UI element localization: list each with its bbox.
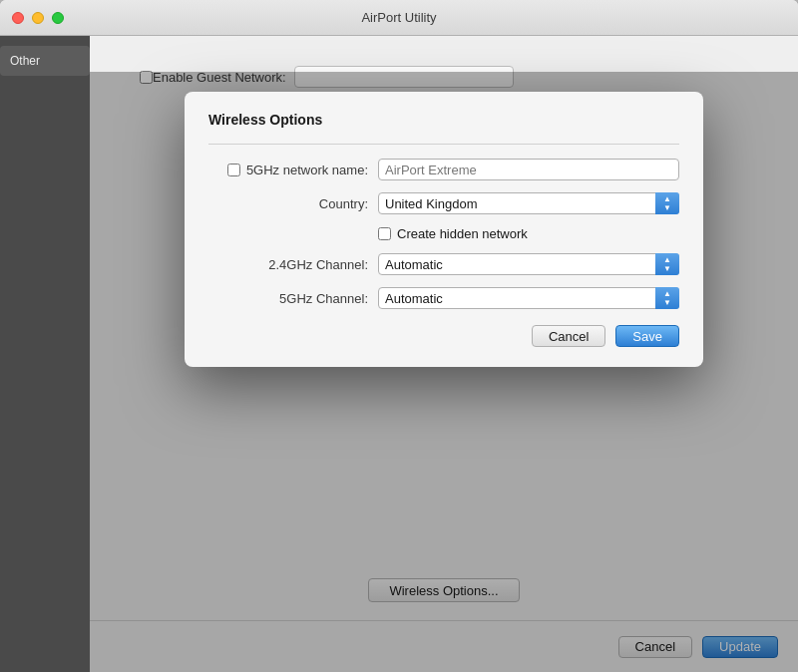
modal-footer: Cancel Save <box>208 325 679 347</box>
title-bar: AirPort Utility <box>0 0 798 36</box>
country-select-wrapper: United Kingdom United States Germany Fra… <box>378 192 679 214</box>
modal-overlay: Wireless Options 5GHz network name: Coun… <box>90 72 798 672</box>
minimize-button[interactable] <box>32 12 44 24</box>
channel-24-select-wrapper: Automatic 1 6 11 ▲ ▼ <box>378 253 679 275</box>
modal-cancel-button[interactable]: Cancel <box>532 325 605 347</box>
channel-24-select[interactable]: Automatic 1 6 11 <box>378 253 679 275</box>
channel-5-label: 5GHz Channel: <box>208 291 368 306</box>
traffic-lights <box>12 12 64 24</box>
channel-5-row: 5GHz Channel: Automatic 1 6 11 ▲ ▼ <box>208 287 679 309</box>
modal-title: Wireless Options <box>208 112 679 128</box>
channel-5-select[interactable]: Automatic 1 6 11 <box>378 287 679 309</box>
network-name-row: 5GHz network name: <box>208 159 679 180</box>
hidden-network-checkbox[interactable] <box>378 227 391 240</box>
sidebar: Other <box>0 36 90 672</box>
main-window: AirPort Utility Other Enable Guest Netwo… <box>0 0 798 672</box>
maximize-button[interactable] <box>52 12 64 24</box>
network-name-label-group: 5GHz network name: <box>208 163 368 177</box>
sidebar-item-other[interactable]: Other <box>0 46 90 76</box>
network-name-input-wrap <box>378 159 679 180</box>
window-title: AirPort Utility <box>361 10 436 25</box>
country-row: Country: United Kingdom United States Ge… <box>208 192 679 214</box>
country-select[interactable]: United Kingdom United States Germany Fra… <box>378 192 679 214</box>
network-name-checkbox[interactable] <box>227 164 240 176</box>
channel-24-row: 2.4GHz Channel: Automatic 1 6 11 ▲ ▼ <box>208 253 679 275</box>
main-area: Other Enable Guest Network: Wireless Opt… <box>0 36 798 672</box>
channel-24-label: 2.4GHz Channel: <box>208 257 368 272</box>
wireless-options-modal: Wireless Options 5GHz network name: Coun… <box>185 92 703 367</box>
divider-top <box>208 144 679 145</box>
country-label: Country: <box>208 196 368 211</box>
channel-5-select-wrapper: Automatic 1 6 11 ▲ ▼ <box>378 287 679 309</box>
close-button[interactable] <box>12 12 24 24</box>
network-name-input[interactable] <box>378 159 679 180</box>
hidden-network-row: Create hidden network <box>208 226 679 241</box>
hidden-network-label: Create hidden network <box>397 226 528 241</box>
modal-save-button[interactable]: Save <box>615 325 679 347</box>
hidden-network-checkbox-row: Create hidden network <box>378 226 679 241</box>
